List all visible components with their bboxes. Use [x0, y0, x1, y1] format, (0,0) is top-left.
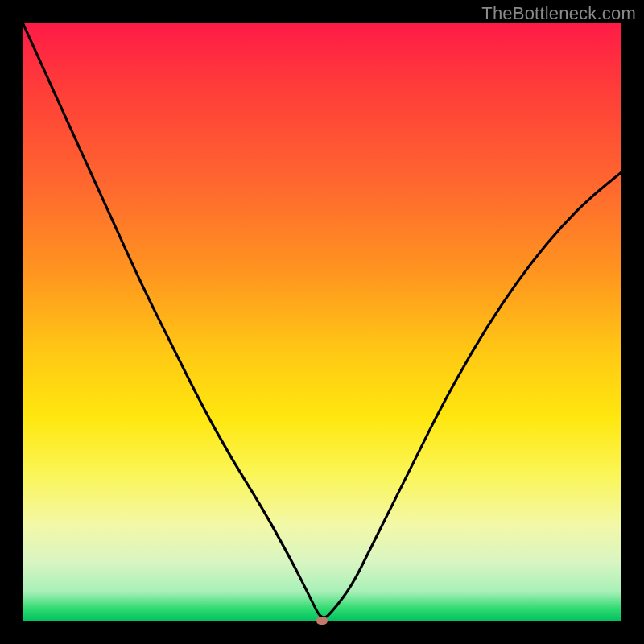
chart-frame: TheBottleneck.com	[0, 0, 644, 644]
curve-path	[23, 23, 621, 617]
plot-area	[23, 23, 621, 621]
optimum-marker	[316, 617, 328, 625]
watermark-text: TheBottleneck.com	[481, 3, 636, 24]
bottleneck-curve	[23, 23, 621, 621]
